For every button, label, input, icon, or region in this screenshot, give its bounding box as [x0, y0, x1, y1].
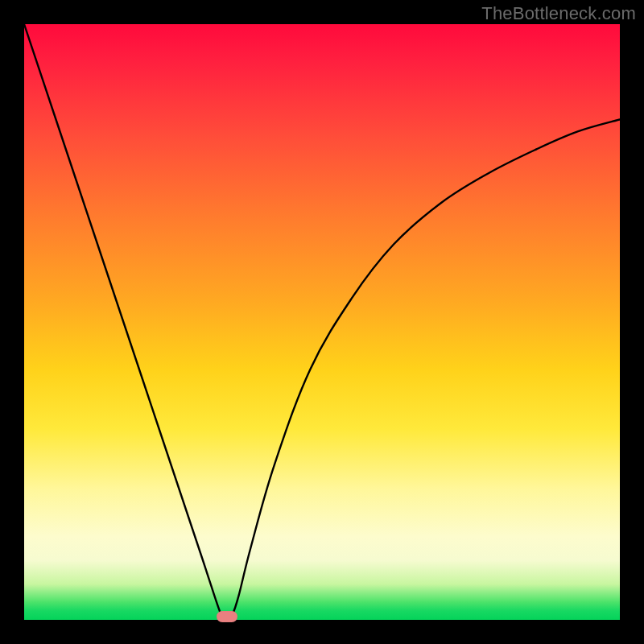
chart-frame: TheBottleneck.com	[0, 0, 644, 644]
plot-area	[24, 24, 620, 620]
watermark-text: TheBottleneck.com	[481, 3, 636, 24]
optimal-marker	[217, 611, 237, 622]
curve-path	[24, 24, 620, 620]
bottleneck-curve	[24, 24, 620, 620]
